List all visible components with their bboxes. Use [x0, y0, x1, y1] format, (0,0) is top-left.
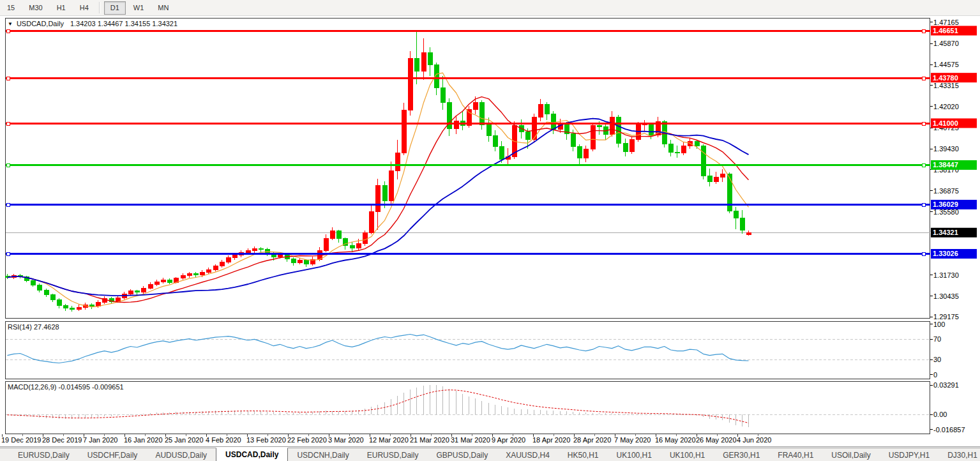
tab-AUDUSD-Daily[interactable]: AUDUSD,Daily — [146, 448, 216, 461]
date-label: 21 Mar 2020 — [410, 436, 449, 444]
date-label: 16 May 2020 — [655, 436, 696, 444]
candle-body — [538, 104, 543, 117]
last-price-axis-label-text: 1.34321 — [933, 229, 958, 236]
date-label: 26 May 2020 — [696, 436, 737, 444]
candle-body — [77, 308, 81, 310]
date-label: 18 Apr 2020 — [532, 436, 570, 444]
hline-handle-left[interactable] — [6, 163, 10, 167]
candle-body — [421, 53, 426, 72]
price-tick-label: 1.45870 — [933, 40, 959, 47]
candle-body — [291, 259, 296, 263]
macd-indicator-label: MACD(12,26,9) -0.014595 -0.009651 — [8, 383, 124, 391]
candle-body — [278, 255, 282, 257]
candle-body — [428, 53, 432, 65]
candle-body — [57, 299, 61, 305]
candle-body — [193, 273, 198, 275]
candle-body — [252, 248, 257, 250]
timeframe-button-MN[interactable]: MN — [151, 1, 175, 15]
candle-body — [649, 124, 653, 135]
candle-body — [31, 280, 35, 285]
date-label: 19 Dec 2019 — [1, 436, 41, 444]
hline-handle-right[interactable] — [922, 77, 925, 80]
candle-body — [375, 186, 380, 212]
tab-UK100-H1[interactable]: UK100,H1 — [661, 448, 714, 461]
tab-USDCAD-Daily[interactable]: USDCAD,Daily — [216, 448, 288, 461]
tab-USDCNH-Daily[interactable]: USDCNH,Daily — [288, 448, 358, 461]
date-label: 25 Jan 2020 — [165, 436, 204, 444]
macd-panel-frame — [6, 382, 930, 434]
candle-body — [695, 142, 699, 146]
date-label: 4 Jun 2020 — [737, 436, 771, 444]
hline-handle-right[interactable] — [922, 252, 925, 255]
timeframe-button-D1[interactable]: D1 — [104, 1, 126, 15]
tab-HK50-H1[interactable]: HK50,H1 — [559, 448, 608, 461]
tab-DJ30-H1[interactable]: DJ30,H1 — [939, 448, 980, 461]
candle-body — [336, 231, 341, 239]
candle-body — [155, 282, 159, 284]
chart-tabs-bar: EURUSD,DailyUSDCHF,DailyAUDUSD,DailyUSDC… — [0, 448, 980, 461]
candle-body — [720, 174, 725, 177]
symbol-collapse-triangle-icon[interactable]: ▼ — [8, 21, 13, 27]
candle-body — [545, 104, 549, 114]
hline-handle-right[interactable] — [922, 163, 925, 167]
hline-handle-left[interactable] — [6, 252, 10, 255]
tab-USDJPY-H1[interactable]: USDJPY,H1 — [880, 448, 939, 461]
date-label: 31 Mar 2020 — [451, 436, 490, 444]
candle-body — [161, 280, 165, 282]
candle-body — [701, 146, 705, 176]
macd-tick-label: 0.03291 — [933, 381, 959, 389]
timeframe-button-H1[interactable]: H1 — [50, 1, 72, 15]
tab-EURUSD-Daily[interactable]: EURUSD,Daily — [358, 448, 428, 461]
candle-body — [187, 273, 192, 275]
candle-body — [525, 132, 530, 139]
hline-handle-left[interactable] — [6, 122, 10, 125]
candle-body — [37, 285, 41, 290]
hline-handle-right[interactable] — [922, 29, 925, 33]
candle-body — [298, 261, 302, 263]
candle-body — [304, 261, 308, 264]
date-label: 28 Apr 2020 — [573, 436, 611, 444]
price-tick-label: 1.42020 — [933, 103, 959, 110]
date-label: 7 Jan 2020 — [83, 436, 117, 444]
timeframe-button-M30[interactable]: M30 — [22, 1, 49, 15]
tab-USDCHF-Daily[interactable]: USDCHF,Daily — [79, 448, 147, 461]
chart-ohlc-values: 1.34203 1.34467 1.34155 1.34321 — [70, 20, 177, 27]
hline-handle-left[interactable] — [6, 77, 10, 80]
mt4-terminal: 15M30H1H4D1W1MN 1.471651.458701.445751.4… — [0, 0, 980, 461]
candle-body — [44, 291, 49, 295]
candle-body — [148, 285, 153, 289]
timeframe-button-H4[interactable]: H4 — [73, 1, 95, 15]
candle-body — [135, 291, 139, 292]
hline-handle-right[interactable] — [922, 122, 925, 125]
tab-USOil-Daily[interactable]: USOil,Daily — [822, 448, 879, 461]
candle-body — [141, 289, 146, 292]
candle-body — [226, 258, 230, 262]
candle-body — [363, 232, 367, 243]
candle-body — [330, 231, 335, 238]
tab-GER30-H1[interactable]: GER30,H1 — [714, 448, 769, 461]
main-panel-frame — [6, 19, 930, 319]
price-chart-svg[interactable]: 1.471651.458701.445751.433151.420201.407… — [0, 16, 980, 448]
tab-XAUUSD-H4[interactable]: XAUUSD,H4 — [497, 448, 559, 461]
candle-body — [610, 117, 614, 134]
tab-UK100-H1[interactable]: UK100,H1 — [608, 448, 661, 461]
candle-body — [577, 146, 582, 158]
tab-FRA40-H1[interactable]: FRA40,H1 — [769, 448, 822, 461]
timeframe-button-W1[interactable]: W1 — [127, 1, 151, 15]
candle-body — [369, 212, 373, 232]
candle-body — [350, 246, 354, 248]
candle-body — [116, 298, 120, 301]
candle-body — [89, 305, 94, 306]
candle-body — [70, 308, 74, 310]
hline-handle-left[interactable] — [6, 203, 10, 206]
hline-handle-left[interactable] — [6, 29, 10, 33]
rsi-tick-label: 30 — [933, 356, 941, 363]
candle-body — [200, 272, 204, 275]
chart-window[interactable]: 1.471651.458701.445751.433151.420201.407… — [0, 16, 980, 448]
timeframe-button-15[interactable]: 15 — [1, 1, 21, 15]
candle-body — [571, 134, 575, 147]
tab-GBPUSD-Daily[interactable]: GBPUSD,Daily — [427, 448, 497, 461]
rsi-indicator-label: RSI(14) 27.4628 — [8, 323, 59, 331]
hline-handle-right[interactable] — [922, 203, 925, 206]
tab-EURUSD-Daily[interactable]: EURUSD,Daily — [9, 448, 79, 461]
